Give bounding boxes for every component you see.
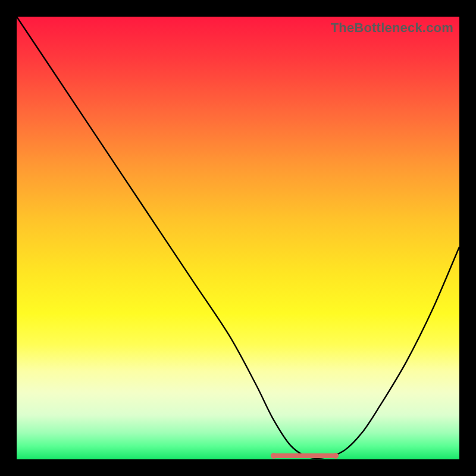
optimal-range-band — [274, 453, 336, 458]
optimal-range-end-dot — [333, 453, 339, 459]
optimal-range-start-dot — [271, 453, 277, 459]
curve-svg — [17, 17, 459, 459]
bottleneck-curve — [17, 17, 459, 458]
chart-root: { "watermark": "TheBottleneck.com", "col… — [0, 0, 476, 476]
plot-area: TheBottleneck.com — [17, 17, 459, 459]
